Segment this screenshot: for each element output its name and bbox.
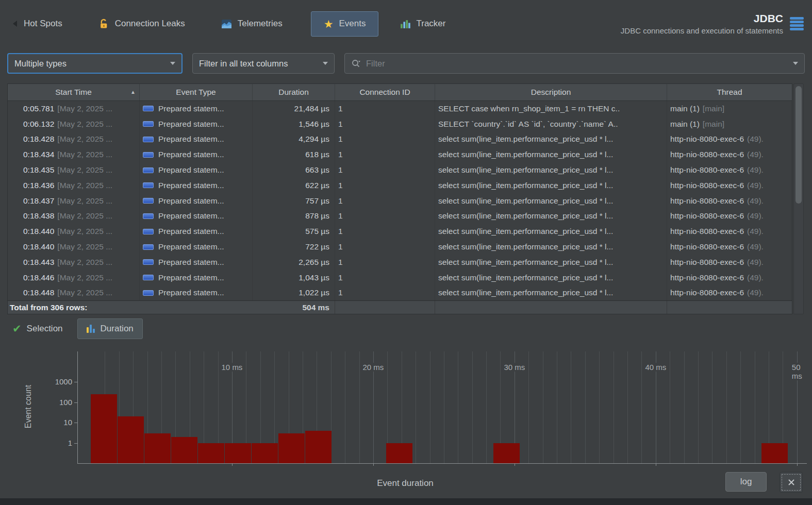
cell-connection-id: 1 bbox=[335, 270, 435, 285]
prepared-statement-icon bbox=[143, 259, 154, 265]
cell-duration: 1,546 µs bbox=[253, 116, 335, 132]
table-scrollbar-thumb[interactable] bbox=[796, 86, 802, 204]
histogram-bar[interactable] bbox=[493, 443, 520, 464]
probe-subtitle: JDBC connections and execution of statem… bbox=[621, 26, 783, 35]
table-row[interactable]: 0:18.438[May 2, 2025 ... Prepared statem… bbox=[8, 209, 792, 224]
column-header-event-type[interactable]: Event Type bbox=[140, 84, 253, 100]
tab-telemetries[interactable]: Telemetries bbox=[213, 11, 290, 37]
gridline bbox=[755, 351, 755, 463]
jprofiler-jdbc-probe-window: Hot Spots Connection Leaks Telemetries bbox=[0, 0, 812, 505]
histogram-icon bbox=[87, 325, 95, 333]
histogram-bar[interactable] bbox=[171, 437, 197, 463]
cell-description: select sum(line_item.performance_price_u… bbox=[435, 224, 667, 239]
cell-start-time: 0:18.428[May 2, 2025 ... bbox=[8, 132, 140, 147]
filter-history-caret-icon[interactable] bbox=[793, 62, 798, 65]
column-header-start-time[interactable]: Start Time ▲ bbox=[8, 84, 140, 100]
table-row[interactable]: 0:18.435[May 2, 2025 ... Prepared statem… bbox=[8, 162, 792, 178]
cell-description: select sum(line_item.performance_price_u… bbox=[435, 239, 667, 255]
table-row[interactable]: 0:18.440[May 2, 2025 ... Prepared statem… bbox=[8, 224, 792, 239]
table-row[interactable]: 0:18.434[May 2, 2025 ... Prepared statem… bbox=[8, 147, 792, 162]
table-row[interactable]: 0:18.436[May 2, 2025 ... Prepared statem… bbox=[8, 178, 792, 193]
column-header-thread[interactable]: Thread bbox=[667, 84, 792, 100]
close-icon bbox=[787, 478, 796, 486]
histogram-bar[interactable] bbox=[118, 416, 144, 463]
table-scrollbar[interactable] bbox=[793, 83, 804, 314]
filter-columns-dropdown-value: Filter in all text columns bbox=[199, 59, 288, 69]
table-total-row: Total from 306 rows: 504 ms bbox=[8, 300, 792, 314]
cell-event-type: Prepared statem... bbox=[140, 193, 253, 209]
histogram-bar[interactable] bbox=[144, 433, 171, 463]
histogram-bar[interactable] bbox=[198, 443, 224, 464]
table-row[interactable]: 0:18.446[May 2, 2025 ... Prepared statem… bbox=[8, 270, 792, 285]
gridline bbox=[726, 351, 727, 463]
histogram-bar[interactable] bbox=[252, 443, 278, 464]
prepared-statement-icon bbox=[143, 137, 154, 142]
histogram-plot: 10 ms20 ms30 ms40 ms50 ms bbox=[91, 351, 807, 463]
prepared-statement-icon bbox=[143, 275, 154, 280]
tab-events[interactable]: ★ Events bbox=[311, 11, 379, 37]
table-row[interactable]: 0:06.132[May 2, 2025 ... Prepared statem… bbox=[8, 116, 792, 132]
filter-input[interactable] bbox=[366, 59, 782, 69]
x-tick-mark bbox=[656, 463, 656, 466]
histogram-bar[interactable] bbox=[761, 443, 788, 464]
histogram-bar[interactable] bbox=[91, 394, 117, 463]
cell-thread: main (1) [main] bbox=[667, 116, 792, 132]
histogram-bar[interactable] bbox=[386, 443, 412, 464]
filter-columns-dropdown[interactable]: Filter in all text columns bbox=[192, 53, 335, 74]
cell-event-type: Prepared statem... bbox=[140, 147, 253, 162]
column-header-description[interactable]: Description bbox=[435, 84, 667, 100]
tab-hot-spots[interactable]: Hot Spots bbox=[4, 11, 70, 36]
close-histogram-button[interactable] bbox=[780, 472, 803, 493]
events-table-zone: Start Time ▲ Event Type Duration Connect… bbox=[0, 79, 812, 314]
filter-bar: Multiple types Filter in all text column… bbox=[0, 47, 812, 79]
cell-description: select sum(line_item.performance_price_u… bbox=[435, 270, 667, 285]
column-header-label: Description bbox=[531, 88, 571, 97]
gridline bbox=[627, 351, 628, 463]
telemetry-chart-icon bbox=[221, 19, 232, 29]
cell-start-time: 0:18.440[May 2, 2025 ... bbox=[8, 239, 140, 255]
table-row[interactable]: 0:18.428[May 2, 2025 ... Prepared statem… bbox=[8, 132, 792, 147]
histogram-bar[interactable] bbox=[225, 443, 251, 464]
duration-toggle-label: Duration bbox=[101, 324, 134, 334]
gridline bbox=[571, 351, 571, 463]
event-duration-histogram: Event count 10 ms20 ms30 ms40 ms50 ms Ev… bbox=[0, 343, 812, 505]
event-types-dropdown[interactable]: Multiple types bbox=[7, 53, 183, 74]
tab-tracker[interactable]: Tracker bbox=[392, 11, 453, 37]
cell-connection-id: 1 bbox=[335, 193, 435, 209]
gridline bbox=[359, 351, 360, 463]
horizontal-scrollbar[interactable] bbox=[0, 498, 812, 505]
prepared-statement-icon bbox=[143, 198, 154, 204]
cell-duration: 722 µs bbox=[253, 239, 335, 255]
cell-event-type: Prepared statem... bbox=[140, 132, 253, 147]
table-row[interactable]: 0:18.448[May 2, 2025 ... Prepared statem… bbox=[8, 285, 792, 301]
table-row[interactable]: 0:18.443[May 2, 2025 ... Prepared statem… bbox=[8, 255, 792, 270]
cell-start-time: 0:18.437[May 2, 2025 ... bbox=[8, 193, 140, 209]
histogram-bar[interactable] bbox=[278, 433, 305, 463]
total-label: Total from 306 rows: bbox=[8, 301, 253, 314]
prepared-statement-icon bbox=[143, 182, 154, 188]
cell-duration: 618 µs bbox=[253, 147, 335, 162]
table-row[interactable]: 0:05.781[May 2, 2025 ... Prepared statem… bbox=[8, 101, 792, 116]
cell-event-type: Prepared statem... bbox=[140, 101, 253, 116]
y-axis-line bbox=[77, 351, 78, 464]
table-row[interactable]: 0:18.440[May 2, 2025 ... Prepared statem… bbox=[8, 239, 792, 255]
cell-connection-id: 1 bbox=[335, 101, 435, 116]
cell-event-type: Prepared statem... bbox=[140, 162, 253, 178]
prepared-statement-icon bbox=[143, 152, 154, 158]
cell-duration: 663 µs bbox=[253, 162, 335, 178]
histogram-bar[interactable] bbox=[305, 431, 332, 463]
filter-search-box[interactable] bbox=[344, 53, 805, 74]
tab-connection-leaks[interactable]: Connection Leaks bbox=[91, 11, 193, 37]
column-header-duration[interactable]: Duration bbox=[253, 84, 335, 100]
x-tick-label: 20 ms bbox=[361, 363, 385, 372]
cell-description: select sum(line_item.performance_price_u… bbox=[435, 255, 667, 270]
y-tick-label: 1 bbox=[31, 439, 72, 447]
x-tick-label: 10 ms bbox=[220, 363, 244, 372]
tab-tracker-label: Tracker bbox=[416, 19, 445, 29]
duration-toggle-button[interactable]: Duration bbox=[77, 318, 143, 339]
column-header-connection-id[interactable]: Connection ID bbox=[335, 84, 435, 100]
cell-event-type: Prepared statem... bbox=[140, 224, 253, 239]
x-tick-label: 30 ms bbox=[502, 363, 526, 372]
table-row[interactable]: 0:18.437[May 2, 2025 ... Prepared statem… bbox=[8, 193, 792, 209]
log-button[interactable]: log bbox=[725, 472, 767, 492]
